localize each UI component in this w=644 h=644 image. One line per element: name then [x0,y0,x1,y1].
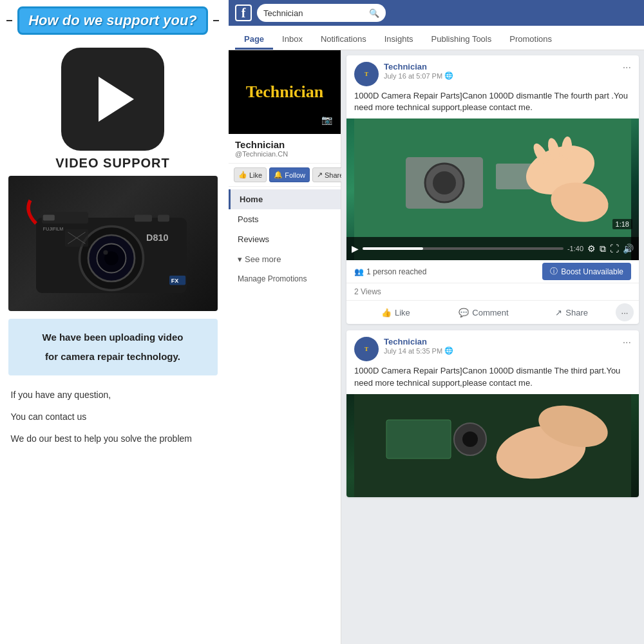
camera-svg: D810 FUJIFILM FX [19,183,207,305]
post-more-btn-1[interactable]: ··· [616,303,634,321]
follow-button[interactable]: 🔔 Follow [269,167,310,182]
fb-post-text-1: 1000D Camera Repair Parts]Canon 1000D di… [346,90,639,118]
blue-text-line1: We have been uploading video [43,332,184,343]
svg-text:FX: FX [171,277,178,283]
fb-post-meta-2: Technician July 14 at 5:35 PM 🌐 [384,337,618,355]
camera-image: D810 FUJIFILM FX [8,176,218,311]
fb-boost-row-1: 👥 1 person reached ⓘ Boost Unavailable [346,260,639,283]
bottom-text-1: You can contact us [11,408,215,426]
sidebar-item-manage-promotions[interactable]: Manage Promotions [229,269,341,289]
header-line-right [213,20,219,21]
fb-page-handle: @Technician.CN [235,150,334,158]
fb-post-author-1: Technician [384,62,618,71]
camera-overlay-icon: 📷 [317,111,336,129]
svg-text:FUJIFILM: FUJIFILM [43,225,64,231]
fb-post-menu-2[interactable]: ··· [623,337,631,348]
fb-progress-bar[interactable] [363,247,564,250]
video-icon-box [61,48,164,151]
boost-icon: ⓘ [550,266,558,277]
fullscreen-icon[interactable]: ⛶ [610,243,619,254]
svg-rect-7 [135,214,152,222]
tab-insights[interactable]: Insights [375,29,422,50]
sidebar-item-posts[interactable]: Posts [229,209,341,229]
fb-search-text: Technician [263,8,303,18]
fb-progress-fill [363,247,423,250]
volume-icon[interactable]: 🔊 [623,243,634,254]
fb-content: Technician 📷 Technician @Technician.CN 👍… [229,50,644,644]
fb-post-date-2: July 14 at 5:35 PM 🌐 [384,346,618,355]
reach-text-1: 1 person reached [366,267,426,276]
fb-action-row: 👍 Like 🔔 Follow ↗ Share ··· [229,164,341,187]
settings-icon[interactable]: ⚙ [587,243,596,254]
bottom-text-2: We do our best to help you solve the pro… [11,430,215,448]
blue-text-box: We have been uploading video for camera … [8,319,218,375]
fb-post-text-2: 1000D Camera Repair Parts]Canon 1000D di… [346,365,639,393]
left-panel: How do we support you? VIDEO SUPPORT D81… [0,0,225,644]
fb-post-video-2 [346,394,639,497]
fb-page-cover-text: Technician [246,82,323,102]
fb-post-actions-1: 👍 Like 💬 Comment ↗ Share ··· [346,301,639,324]
fb-post-header-1: T Technician July 16 at 5:07 PM 🌐 ··· [346,55,639,90]
header-title-box: How do we support you? [17,6,208,35]
post-share-btn-1[interactable]: ↗ Share [527,303,616,321]
post-like-btn-1[interactable]: 👍 Like [352,303,440,321]
see-more-label: See more [245,254,281,264]
video2-thumbnail-svg [346,394,639,497]
blue-text-line2: for camera repair technology. [45,351,180,362]
fb-video-timestamp-1: 1:18 [612,219,632,229]
right-panel: f Technician 🔍 Page Inbox Notifications … [229,0,644,644]
fb-post-card-1: T Technician July 16 at 5:07 PM 🌐 ··· 10… [346,55,639,324]
fb-post-date-1: July 16 at 5:07 PM 🌐 [384,71,618,80]
tab-notifications[interactable]: Notifications [312,29,375,50]
fb-nav: Page Inbox Notifications Insights Publis… [229,26,644,50]
fb-time-remaining: -1:40 [567,245,583,252]
play-btn[interactable]: ▶ [352,243,359,254]
picture-in-picture-icon[interactable]: ⧉ [600,243,606,254]
fb-post-avatar-2: T [354,337,379,361]
sidebar-item-home[interactable]: Home [229,189,341,209]
tab-inbox[interactable]: Inbox [273,29,312,50]
fb-post-header-2: T Technician July 14 at 5:35 PM 🌐 ··· [346,330,639,365]
fb-post-meta-1: Technician July 16 at 5:07 PM 🌐 [384,62,618,80]
like-button[interactable]: 👍 Like [234,167,267,182]
fb-post-menu-1[interactable]: ··· [623,62,631,73]
chevron-down-icon: ▾ [238,254,242,264]
tab-page[interactable]: Page [235,29,273,50]
header-line-left [6,20,12,21]
svg-point-30 [462,431,478,447]
fb-page-info: Technician @Technician.CN [229,134,341,164]
fb-page-name: Technician [235,139,334,150]
fb-page-cover: Technician 📷 [229,50,341,134]
fb-post-card-2: T Technician July 14 at 5:35 PM 🌐 ··· 10… [346,330,639,497]
post-comment-btn-1[interactable]: 💬 Comment [440,303,528,321]
bottom-text-0: If you have any question, [11,386,215,404]
search-icon: 🔍 [369,8,379,18]
svg-rect-8 [158,214,169,222]
svg-point-20 [433,171,456,194]
fb-post-video-1: 1:18 ▶ -1:40 ⚙ ⧉ ⛶ 🔊 [346,118,639,260]
fb-feed: T Technician July 16 at 5:07 PM 🌐 ··· 10… [341,50,644,644]
header-banner: How do we support you? [6,6,219,35]
fb-video-preview-2 [346,394,639,497]
header-title: How do we support you? [28,12,197,28]
sidebar-item-see-more[interactable]: ▾ See more [229,249,341,269]
fb-post-author-2: Technician [384,337,618,346]
views-text-1: 2 Views [354,287,381,296]
svg-rect-9 [43,214,55,220]
tab-promotions[interactable]: Promotions [500,29,561,50]
sidebar-item-reviews[interactable]: Reviews [229,229,341,249]
fb-post-stats-1: 2 Views [346,283,639,301]
fb-post-avatar-1: T [354,62,379,86]
fb-sidebar: Technician 📷 Technician @Technician.CN 👍… [229,50,341,644]
left-bottom-text: If you have any question, You can contac… [8,386,218,451]
svg-rect-28 [386,420,451,459]
fb-search-bar[interactable]: Technician 🔍 [257,4,386,22]
reach-icon: 👥 [354,267,364,276]
fb-video-controls-1: ▶ -1:40 ⚙ ⧉ ⛶ 🔊 [346,237,639,260]
video-support-label: VIDEO SUPPORT [55,156,169,171]
boost-button-1[interactable]: ⓘ Boost Unavailable [542,263,631,280]
play-icon [99,77,134,122]
fb-sidebar-menu: Home Posts Reviews ▾ See more Manage Pro… [229,187,341,291]
fb-topbar: f Technician 🔍 [229,0,644,26]
tab-publishing-tools[interactable]: Publishing Tools [422,29,501,50]
